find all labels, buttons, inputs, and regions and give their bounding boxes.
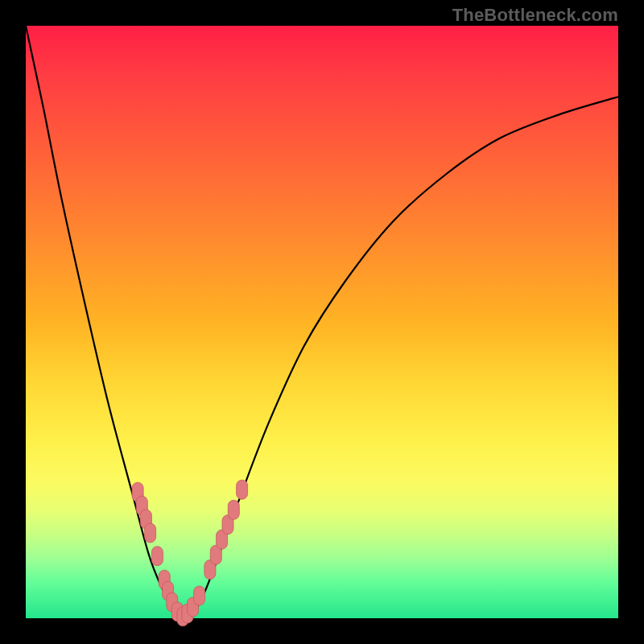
plot-area	[26, 26, 618, 618]
curve-marker	[237, 480, 248, 499]
curve-marker	[194, 586, 205, 605]
curve-marker	[145, 523, 156, 543]
curve-marker	[151, 547, 163, 566]
watermark-label: TheBottleneck.com	[452, 5, 618, 26]
bottleneck-curve-path	[26, 26, 618, 618]
marker-group	[132, 480, 248, 626]
curve-marker	[228, 500, 239, 519]
bottleneck-curve-svg	[26, 26, 618, 618]
chart-frame: TheBottleneck.com	[0, 0, 644, 644]
